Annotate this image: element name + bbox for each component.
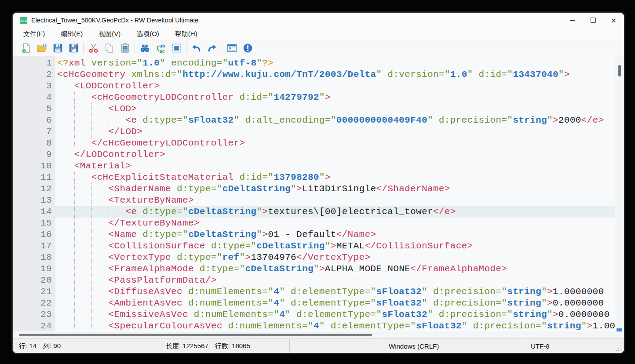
copy-button[interactable] (101, 41, 117, 55)
code-line[interactable]: <LOD> (55, 103, 615, 115)
vertical-scrollbar[interactable] (615, 56, 624, 331)
indent-guide (91, 252, 92, 263)
code-line[interactable]: <Material> (55, 160, 615, 172)
code-line[interactable]: <VertexType d:type="ref">13704976</Verte… (55, 252, 615, 263)
code-line[interactable]: <FrameAlphaMode d:type="cDeltaString">AL… (55, 263, 615, 275)
window-title: Electrical_Tower_500KV.GeoPcDx - RW Deve… (31, 17, 198, 24)
line-number[interactable]: 20 (13, 275, 55, 286)
paste-button[interactable] (117, 41, 133, 55)
code-line[interactable]: </cHcGeometryLODController> (55, 138, 615, 149)
status-line-ending[interactable]: Windows (CRLF) (384, 339, 527, 353)
line-number[interactable]: 15 (13, 218, 55, 229)
line-number[interactable]: 24 (13, 320, 55, 331)
line-number[interactable]: 8 (13, 138, 55, 149)
save-button[interactable] (50, 41, 66, 55)
code-line[interactable]: </LODController> (55, 149, 615, 160)
line-number[interactable]: 9 (13, 149, 55, 160)
code-line[interactable]: <TextureByName> (55, 195, 615, 206)
menu-options[interactable]: 选项(O) (133, 29, 163, 39)
indent-guide (74, 320, 75, 331)
line-number[interactable]: 3 (13, 80, 55, 92)
status-encoding[interactable]: UTF-8 (527, 339, 624, 353)
line-number[interactable]: 19 (13, 263, 55, 275)
scissors-icon (88, 43, 99, 54)
vertical-scrollbar-thumb[interactable] (618, 65, 621, 76)
info-exclamation-icon (242, 43, 253, 54)
indent-guide (74, 172, 75, 183)
line-number[interactable]: 10 (13, 160, 55, 172)
code-line[interactable]: <cHcGeometry xmlns:d="http://www.kuju.co… (55, 69, 615, 80)
line-number[interactable]: 11 (13, 172, 55, 183)
line-number[interactable]: 6 (13, 115, 55, 126)
code-line[interactable]: </LOD> (55, 126, 615, 138)
line-number[interactable]: 1 (13, 58, 55, 69)
open-file-button[interactable] (34, 41, 50, 55)
indent-guide (74, 103, 75, 115)
indent-guide (91, 275, 92, 286)
status-cursor-position: 行: 14 列: 90 (13, 339, 161, 353)
window-controls: ✕ (562, 13, 624, 28)
code-area[interactable]: <?xml version="1.0" encoding="utf-8"?><c… (55, 56, 615, 331)
undo-button[interactable] (188, 41, 204, 55)
minimize-icon (570, 20, 575, 20)
line-number[interactable]: 4 (13, 92, 55, 103)
replace-button[interactable]: abac (153, 41, 168, 55)
line-number[interactable]: 16 (13, 229, 55, 240)
horizontal-scrollbar-thumb[interactable] (19, 334, 372, 336)
code-line[interactable]: <?xml version="1.0" encoding="utf-8"?> (55, 58, 615, 69)
svg-text:ab: ab (159, 43, 165, 48)
line-number-gutter: 123456789101112131415161718192021222324 (13, 56, 55, 331)
cut-button[interactable] (85, 41, 101, 55)
code-line[interactable]: <LODController> (55, 80, 615, 92)
find-button[interactable] (137, 41, 153, 55)
code-line[interactable]: <EmissiveAsVec d:numElements="4" d:eleme… (55, 309, 615, 320)
code-line[interactable]: </TextureByName> (55, 218, 615, 229)
line-number[interactable]: 12 (13, 183, 55, 195)
line-number[interactable]: 23 (13, 309, 55, 320)
line-number[interactable]: 14 (13, 206, 55, 218)
settings-button[interactable] (224, 41, 240, 55)
indent-guide (91, 115, 92, 126)
code-line[interactable]: <ShaderName d:type="cDeltaString">Lit3Di… (55, 183, 615, 195)
select-all-icon (171, 43, 182, 54)
about-button[interactable] (240, 41, 255, 55)
code-line[interactable]: <AmbientAsVec d:numElements="4" d:elemen… (55, 298, 615, 309)
code-line[interactable]: <SpecularColourAsVec d:numElements="4" d… (55, 320, 615, 331)
code-line[interactable]: <CollisionSurface d:type="cDeltaString">… (55, 240, 615, 252)
line-number[interactable]: 5 (13, 103, 55, 115)
line-number[interactable]: 13 (13, 195, 55, 206)
redo-arrow-icon (207, 43, 218, 54)
menu-view[interactable]: 视图(V) (95, 29, 124, 39)
code-line[interactable]: <e d:type="cDeltaString">textures\[00]el… (55, 206, 615, 218)
indent-guide (91, 229, 92, 240)
save-as-button[interactable] (66, 41, 81, 55)
code-editor[interactable]: 123456789101112131415161718192021222324 … (13, 56, 624, 331)
indent-guide (91, 263, 92, 275)
line-number[interactable]: 2 (13, 69, 55, 80)
close-button[interactable]: ✕ (603, 13, 624, 28)
horizontal-scrollbar[interactable] (13, 331, 624, 339)
line-number[interactable]: 22 (13, 298, 55, 309)
select-all-button[interactable] (168, 41, 184, 55)
code-line[interactable]: <cHcGeometryLODController d:id="14279792… (55, 92, 615, 103)
menu-file[interactable]: 文件(F) (20, 29, 48, 39)
menu-edit[interactable]: 编辑(E) (57, 29, 86, 39)
line-number[interactable]: 7 (13, 126, 55, 138)
menu-help[interactable]: 帮助(H) (172, 29, 201, 39)
code-line[interactable]: <e d:type="sFloat32" d:alt_encoding="000… (55, 115, 615, 126)
code-line[interactable]: <Name d:type="cDeltaString">01 - Default… (55, 229, 615, 240)
indent-guide (91, 126, 92, 138)
code-line[interactable]: <DiffuseAsVec d:numElements="4" d:elemen… (55, 286, 615, 298)
indent-guide (74, 286, 75, 298)
line-number[interactable]: 18 (13, 252, 55, 263)
code-line[interactable]: <cHcExplicitStateMaterial d:id="13798280… (55, 172, 615, 183)
new-file-button[interactable] (18, 41, 34, 55)
save-as-icon (68, 43, 79, 54)
redo-button[interactable] (204, 41, 220, 55)
line-number[interactable]: 17 (13, 240, 55, 252)
resize-grip-icon[interactable] (616, 346, 621, 351)
line-number[interactable]: 21 (13, 286, 55, 298)
code-line[interactable]: <PassPlatformData/> (55, 275, 615, 286)
minimize-button[interactable] (562, 13, 583, 28)
maximize-button[interactable] (583, 13, 603, 28)
